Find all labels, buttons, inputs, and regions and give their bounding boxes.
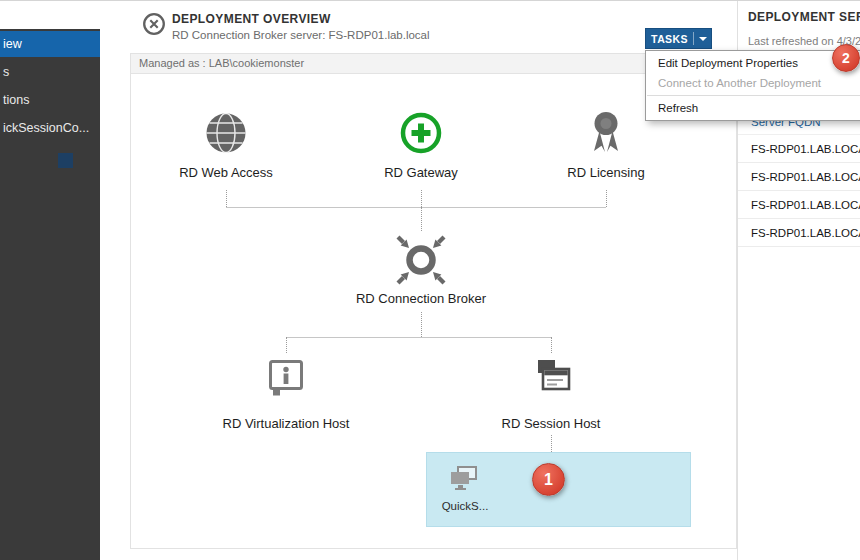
menu-item-refresh[interactable]: Refresh <box>646 98 860 118</box>
connector-line <box>226 190 227 207</box>
deployment-diagram-panel: Managed as : LAB\cookiemonster RD Web Ac… <box>130 53 737 549</box>
sidebar-item-quick-session-collection[interactable]: ickSessionCo... <box>0 115 100 141</box>
tasks-button[interactable]: TASKS <box>645 28 712 49</box>
node-label: RD Web Access <box>126 165 326 180</box>
node-rd-web-access[interactable]: RD Web Access <box>126 110 326 190</box>
sidebar-item-overview[interactable]: iew <box>0 31 100 57</box>
annotation-badge-2: 2 <box>832 44 860 72</box>
sidebar-item-servers[interactable]: s <box>0 59 100 85</box>
connector-line <box>606 190 607 207</box>
connector-line <box>286 337 551 338</box>
ribbon-icon <box>586 110 626 156</box>
deployment-servers-title: DEPLOYMENT SERVERS <box>748 10 860 24</box>
chevron-down-icon <box>694 37 711 41</box>
server-row[interactable]: FS-RDP01.LAB.LOCAL <box>738 191 860 219</box>
info-box-icon <box>266 357 306 401</box>
green-plus-icon <box>398 110 444 156</box>
node-label: RD Gateway <box>321 165 521 180</box>
menu-separator <box>647 95 860 96</box>
node-label: RD Session Host <box>451 416 651 431</box>
connector-line <box>421 207 422 231</box>
node-label: RD Licensing <box>506 165 706 180</box>
tasks-button-label: TASKS <box>646 33 693 45</box>
collection-quick-session[interactable]: QuickS... 1 <box>426 452 691 527</box>
menu-item-edit-deployment-properties[interactable]: Edit Deployment Properties <box>646 53 860 73</box>
node-label: RD Virtualization Host <box>186 416 386 431</box>
server-monitor-icon <box>529 357 573 401</box>
page-title: DEPLOYMENT OVERVIEW <box>172 12 331 26</box>
node-rd-virtualization-host[interactable]: RD Virtualization Host <box>186 357 386 437</box>
connector-line <box>421 190 422 207</box>
annotation-badge-1: 1 <box>532 463 565 496</box>
server-row[interactable]: FS-RDP01.LAB.LOCAL <box>738 219 860 247</box>
server-manager-rds-overview: iew s tions ickSessionCo... DEPLOYMENT O… <box>0 0 860 560</box>
node-rd-session-host[interactable]: RD Session Host <box>451 357 651 437</box>
node-rd-connection-broker[interactable]: RD Connection Broker <box>321 234 521 314</box>
node-rd-licensing[interactable]: RD Licensing <box>506 110 706 190</box>
server-row[interactable]: FS-RDP01.LAB.LOCAL <box>738 135 860 163</box>
page-subtitle: RD Connection Broker server: FS-RDP01.la… <box>172 29 430 41</box>
node-label: RD Connection Broker <box>321 291 521 306</box>
server-list: FS-RDP01.LAB.LOCAL FS-RDP01.LAB.LOCAL FS… <box>738 134 860 247</box>
connector-line <box>421 312 422 337</box>
connector-line <box>551 435 552 452</box>
server-icon <box>58 153 73 168</box>
connector-line <box>286 337 287 353</box>
node-rd-gateway[interactable]: RD Gateway <box>321 110 521 190</box>
tasks-menu: Edit Deployment Properties Connect to An… <box>645 50 860 121</box>
menu-item-connect-to-another-deployment: Connect to Another Deployment <box>646 73 860 93</box>
circle-x-icon <box>142 12 166 36</box>
target-arrows-icon <box>395 234 447 286</box>
server-row[interactable]: FS-RDP01.LAB.LOCAL <box>738 163 860 191</box>
collection-label: QuickS... <box>429 500 501 512</box>
globe-icon <box>203 110 249 156</box>
connector-line <box>226 207 606 208</box>
sidebar-nav: iew s tions ickSessionCo... <box>0 29 100 560</box>
connector-line <box>551 337 552 353</box>
sidebar-item-collections[interactable]: tions <box>0 87 100 113</box>
dual-monitors-icon <box>447 464 483 496</box>
